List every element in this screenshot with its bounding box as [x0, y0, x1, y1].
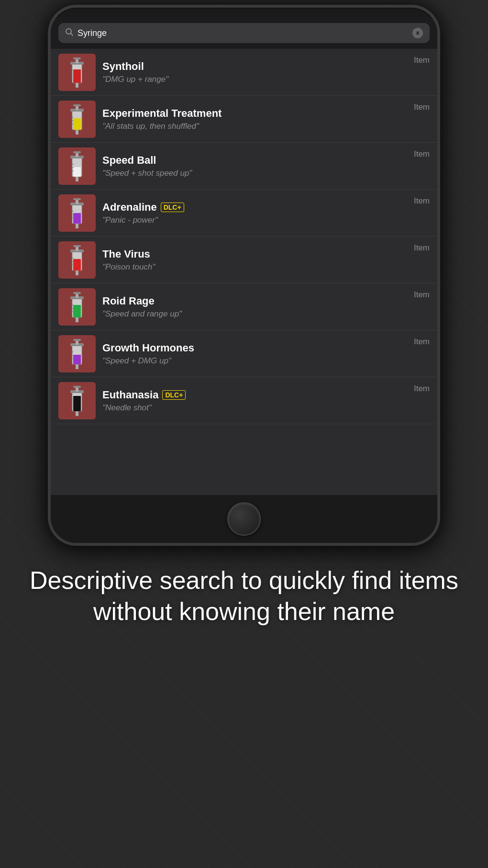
search-bar: × [51, 17, 437, 49]
svg-rect-13 [73, 118, 81, 130]
svg-rect-47 [76, 317, 78, 322]
item-name: The Virus [102, 248, 150, 260]
svg-rect-61 [73, 339, 81, 341]
item-description: "Needle shot" [102, 403, 407, 413]
item-description: "Speed and range up" [102, 309, 407, 319]
svg-rect-2 [76, 83, 78, 88]
item-info: Synthoil "DMG up + range" [102, 60, 407, 84]
item-name-row: Roid Rage [102, 295, 407, 307]
item-description: "Speed + DMG up" [102, 356, 407, 366]
item-type: Item [414, 237, 430, 253]
item-name: Euthanasia [102, 389, 158, 401]
item-info: Speed Ball "Speed + shot speed up" [102, 154, 407, 178]
svg-rect-25 [73, 151, 81, 153]
item-description: "All stats up, then shuffled" [102, 122, 407, 131]
search-input-wrapper[interactable]: × [58, 23, 430, 43]
item-name-row: Speed Ball [102, 154, 407, 167]
item-icon [58, 147, 96, 185]
search-input[interactable] [78, 28, 409, 38]
svg-rect-49 [73, 305, 81, 317]
list-item[interactable]: Growth Hormones "Speed + DMG up" Item [51, 330, 437, 377]
item-type: Item [414, 377, 430, 394]
item-type: Item [414, 283, 430, 300]
item-name: Synthoil [102, 60, 144, 73]
svg-rect-52 [73, 292, 81, 294]
svg-rect-31 [73, 213, 81, 224]
item-icon [58, 288, 96, 326]
list-item[interactable]: Roid Rage "Speed and range up" Item [51, 283, 437, 330]
dlc-badge: DLC+ [162, 390, 186, 400]
item-icon [58, 241, 96, 279]
list-item[interactable]: The Virus "Poison touch" Item [51, 237, 437, 283]
home-button[interactable] [227, 502, 261, 536]
caption-area: Descriptive search to quickly find items… [0, 546, 488, 646]
svg-rect-67 [73, 396, 81, 411]
item-info: Experimental Treatment "All stats up, th… [102, 107, 407, 131]
item-name-row: Growth Hormones [102, 342, 407, 354]
item-description: "DMG up + range" [102, 75, 407, 84]
list-item[interactable]: Euthanasia DLC+ "Needle shot" Item [51, 377, 437, 424]
svg-rect-70 [73, 386, 81, 388]
caption-text: Descriptive search to quickly find items… [29, 565, 459, 627]
screen: × [51, 17, 437, 495]
phone-frame: × [48, 5, 440, 546]
svg-rect-7 [73, 57, 81, 59]
item-name-row: Experimental Treatment [102, 107, 407, 120]
item-icon [58, 335, 96, 372]
item-name-row: Adrenaline DLC+ [102, 201, 407, 214]
list-item[interactable]: Experimental Treatment "All stats up, th… [51, 96, 437, 143]
svg-rect-16 [73, 104, 81, 106]
item-name-row: The Virus [102, 248, 407, 260]
item-icon [58, 194, 96, 232]
item-icon [58, 101, 96, 138]
item-info: Growth Hormones "Speed + DMG up" [102, 342, 407, 366]
item-name-row: Synthoil [102, 60, 407, 73]
item-info: Euthanasia DLC+ "Needle shot" [102, 389, 407, 413]
item-type: Item [414, 96, 430, 112]
svg-rect-58 [73, 355, 81, 364]
item-icon [58, 54, 96, 91]
item-name: Adrenaline [102, 201, 157, 214]
home-button-area [51, 495, 437, 543]
item-info: Adrenaline DLC+ "Panic - power" [102, 201, 407, 225]
svg-rect-34 [73, 198, 81, 200]
item-type: Item [414, 330, 430, 347]
item-type: Item [414, 49, 430, 65]
search-icon [65, 28, 74, 38]
search-clear-button[interactable]: × [412, 28, 423, 38]
svg-rect-20 [76, 177, 78, 181]
list-item[interactable]: Adrenaline DLC+ "Panic - power" Item [51, 190, 437, 237]
svg-rect-29 [76, 224, 78, 228]
item-info: Roid Rage "Speed and range up" [102, 295, 407, 319]
svg-rect-38 [76, 271, 78, 275]
svg-rect-56 [76, 364, 78, 369]
svg-rect-11 [76, 130, 78, 135]
item-description: "Panic - power" [102, 215, 407, 225]
svg-line-1 [71, 34, 73, 36]
item-name-row: Euthanasia DLC+ [102, 389, 407, 401]
item-type: Item [414, 190, 430, 206]
list-item[interactable]: Synthoil "DMG up + range" Item [51, 49, 437, 96]
list-item[interactable]: Speed Ball "Speed + shot speed up" Item [51, 143, 437, 190]
item-type: Item [414, 143, 430, 159]
dlc-badge: DLC+ [161, 203, 184, 212]
svg-rect-40 [73, 259, 81, 271]
item-name: Roid Rage [102, 295, 155, 307]
svg-rect-65 [76, 411, 78, 416]
item-name: Experimental Treatment [102, 107, 222, 120]
svg-rect-22 [73, 167, 81, 177]
item-icon [58, 382, 96, 419]
item-description: "Poison touch" [102, 262, 407, 272]
svg-rect-43 [73, 245, 81, 247]
item-name: Growth Hormones [102, 342, 194, 354]
item-description: "Speed + shot speed up" [102, 169, 407, 178]
svg-rect-4 [73, 69, 81, 83]
item-info: The Virus "Poison touch" [102, 248, 407, 272]
results-list: Synthoil "DMG up + range" Item [51, 49, 437, 495]
item-name: Speed Ball [102, 154, 156, 167]
